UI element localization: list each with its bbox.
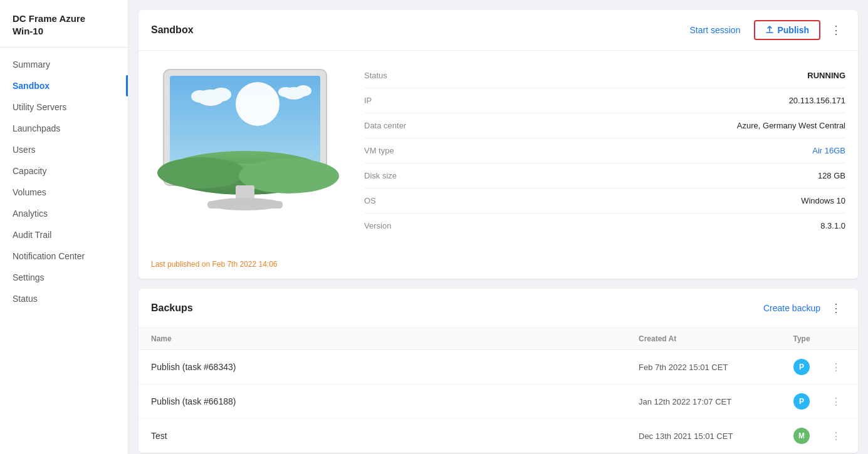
sidebar-item-volumes[interactable]: Volumes: [0, 182, 128, 203]
sandbox-card-header: Sandbox Start session Publish ⋮: [139, 10, 858, 51]
backup-row-more-icon-1[interactable]: ⋮: [831, 361, 841, 373]
main-content: Sandbox Start session Publish ⋮: [128, 0, 868, 454]
backups-table-header: Name Created At Type: [139, 328, 858, 350]
svg-point-10: [191, 90, 209, 103]
backups-card: Backups Create backup ⋮ Name Created At …: [139, 289, 858, 453]
sandbox-more-icon[interactable]: ⋮: [827, 21, 845, 39]
svg-point-7: [236, 82, 280, 126]
monitor-svg: [151, 63, 339, 239]
backup-created-2: Jan 12th 2022 17:07 CET: [639, 397, 776, 406]
sidebar-item-analytics[interactable]: Analytics: [0, 203, 128, 224]
svg-point-5: [157, 157, 245, 188]
disksize-value: 128 GB: [818, 171, 845, 180]
sidebar-item-sandbox[interactable]: Sandbox: [0, 75, 128, 96]
vmtype-value[interactable]: Air 16GB: [812, 146, 845, 155]
info-row-ip: IP 20.113.156.171: [364, 88, 845, 113]
os-label: OS: [364, 196, 376, 205]
backup-name-2: Publish (task #66188): [151, 396, 639, 406]
status-label: Status: [364, 71, 387, 80]
sidebar-item-summary[interactable]: Summary: [0, 54, 128, 75]
ip-label: IP: [364, 96, 372, 105]
backup-badge-3: M: [793, 428, 810, 444]
backup-name-3: Test: [151, 431, 639, 441]
sandbox-title: Sandbox: [151, 24, 194, 36]
info-row-vmtype: VM type Air 16GB: [364, 138, 845, 163]
datacenter-value: Azure, Germany West Central: [737, 121, 845, 130]
sandbox-card: Sandbox Start session Publish ⋮: [139, 10, 858, 279]
backup-actions-1[interactable]: ⋮: [827, 361, 845, 373]
svg-point-13: [278, 87, 293, 97]
backup-badge-2: P: [793, 393, 810, 410]
svg-point-9: [211, 88, 231, 101]
col-header-type: Type: [776, 334, 827, 343]
backup-type-1: P: [776, 359, 827, 375]
backup-type-3: M: [776, 428, 827, 444]
info-row-version: Version 8.3.1.0: [364, 214, 845, 238]
backup-name-1: Publish (task #68343): [151, 362, 639, 372]
sidebar-item-capacity[interactable]: Capacity: [0, 160, 128, 182]
version-label: Version: [364, 221, 391, 230]
upload-icon: [765, 26, 774, 34]
sandbox-body: Status RUNNING IP 20.113.156.171 Data ce…: [139, 51, 858, 254]
backup-actions-3[interactable]: ⋮: [827, 430, 845, 442]
create-backup-button[interactable]: Create backup: [763, 303, 820, 313]
backup-type-2: P: [776, 393, 827, 410]
datacenter-label: Data center: [364, 121, 406, 130]
backup-created-1: Feb 7th 2022 15:01 CET: [639, 363, 776, 372]
col-header-name: Name: [151, 334, 639, 343]
sidebar-nav: Summary Sandbox Utility Servers Launchpa…: [0, 54, 128, 309]
backup-row-more-icon-3[interactable]: ⋮: [831, 430, 841, 442]
svg-rect-16: [207, 201, 283, 209]
backup-row-more-icon-2[interactable]: ⋮: [831, 396, 841, 408]
sidebar: DC Frame AzureWin-10 Summary Sandbox Uti…: [0, 0, 128, 454]
info-row-disksize: Disk size 128 GB: [364, 163, 845, 188]
sidebar-item-utility-servers[interactable]: Utility Servers: [0, 96, 128, 118]
status-value: RUNNING: [807, 71, 845, 80]
sidebar-item-status[interactable]: Status: [0, 288, 128, 309]
sidebar-item-settings[interactable]: Settings: [0, 267, 128, 288]
col-header-actions: [827, 334, 845, 343]
vmtype-label: VM type: [364, 146, 394, 155]
backups-actions: Create backup ⋮: [763, 299, 845, 317]
table-row: Publish (task #66188) Jan 12th 2022 17:0…: [139, 384, 858, 419]
sandbox-info: Status RUNNING IP 20.113.156.171 Data ce…: [364, 63, 845, 241]
sidebar-item-launchpads[interactable]: Launchpads: [0, 118, 128, 139]
last-published-text: Last published on Feb 7th 2022 14:06: [139, 254, 858, 279]
ip-value: 20.113.156.171: [789, 96, 845, 105]
info-row-status: Status RUNNING: [364, 63, 845, 88]
sidebar-item-users[interactable]: Users: [0, 139, 128, 160]
sandbox-monitor-image: [151, 63, 339, 241]
backups-title: Backups: [151, 302, 193, 314]
start-session-button[interactable]: Start session: [682, 21, 748, 39]
disksize-label: Disk size: [364, 171, 397, 180]
backup-created-3: Dec 13th 2021 15:01 CET: [639, 431, 776, 441]
app-title: DC Frame AzureWin-10: [0, 13, 128, 48]
os-value: Windows 10: [801, 196, 845, 205]
sidebar-item-audit-trail[interactable]: Audit Trail: [0, 224, 128, 245]
version-value: 8.3.1.0: [820, 221, 845, 230]
svg-point-12: [295, 85, 311, 96]
table-row: Publish (task #68343) Feb 7th 2022 15:01…: [139, 350, 858, 384]
col-header-created: Created At: [639, 334, 776, 343]
backup-actions-2[interactable]: ⋮: [827, 396, 845, 408]
backups-header: Backups Create backup ⋮: [139, 289, 858, 328]
info-row-os: OS Windows 10: [364, 188, 845, 214]
backup-badge-1: P: [793, 359, 810, 375]
sidebar-item-notification-center[interactable]: Notification Center: [0, 245, 128, 267]
publish-button[interactable]: Publish: [754, 20, 820, 40]
info-row-datacenter: Data center Azure, Germany West Central: [364, 113, 845, 138]
table-row: Test Dec 13th 2021 15:01 CET M ⋮: [139, 419, 858, 453]
sandbox-actions: Start session Publish ⋮: [682, 20, 846, 40]
backups-more-icon[interactable]: ⋮: [827, 299, 845, 317]
